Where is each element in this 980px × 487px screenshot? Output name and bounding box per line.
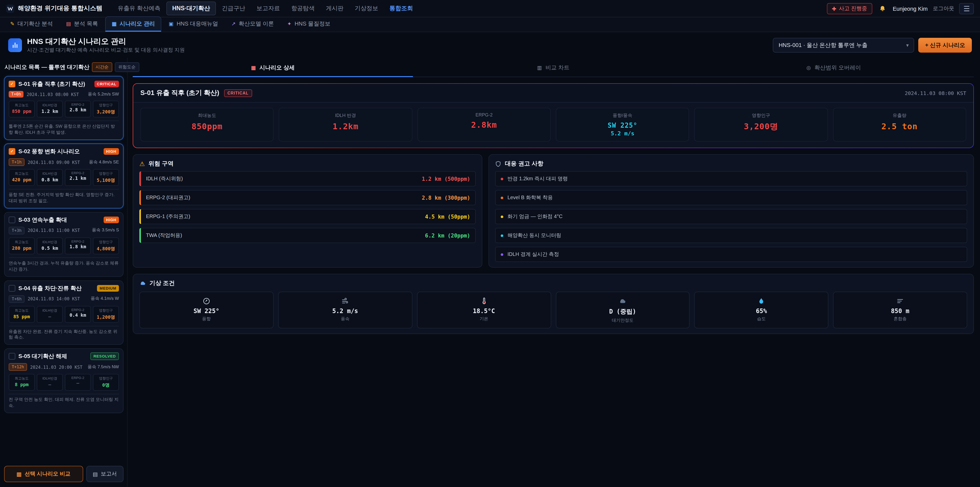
new-scenario-button[interactable]: + 신규 시나리오 [918, 38, 972, 53]
top-bar: 해양환경 위기대응 통합시스템 유출유 확산예측 HNS·대기확산 긴급구난 보… [0, 0, 980, 18]
scenario-datetime: 2024.11.03 20:00 KST [30, 365, 83, 370]
sort-by-time-chip[interactable]: 시간순 [92, 62, 112, 72]
nav-item-board[interactable]: 게시판 [321, 2, 348, 15]
logout-button[interactable]: 로그아웃 [933, 5, 954, 12]
layers-icon [835, 297, 965, 305]
tab-diffusion-analysis[interactable]: ✎ 대기확산 분석 [4, 17, 59, 32]
bullet-dot [501, 216, 503, 218]
sub-nav: ✎ 대기확산 분석 ▤ 분석 목록 ▦ 시나리오 관리 ▣ HNS 대응매뉴얼 … [0, 18, 980, 32]
recommendation-item: 반경 1.2km 즉시 대피 명령 [495, 171, 967, 187]
metric-erpg2: ERPG-2 2.8km [417, 108, 551, 142]
content: 시나리오 목록 — 톨루엔 대기확산 시간순 위험도순 S-01 유출 직후 (… [0, 58, 980, 487]
sidebar-header: 시나리오 목록 — 톨루엔 대기확산 시간순 위험도순 [4, 60, 124, 77]
hazard-row-erpg1: ERPG-1 (주의권고) 4.5 km (50ppm) [139, 209, 476, 225]
list-icon: ▤ [66, 21, 71, 27]
scenario-sidebar: 시나리오 목록 — 톨루엔 대기확산 시간순 위험도순 S-01 유출 직후 (… [0, 58, 127, 487]
severity-badge: HIGH [103, 217, 119, 223]
notification-bell-icon[interactable] [877, 3, 888, 14]
bullet-dot [501, 178, 503, 180]
tab-label: 대기확산 분석 [18, 20, 53, 27]
nav-item-reports[interactable]: 보고자료 [251, 2, 285, 15]
metric-population: 영향인구4,800명 [93, 238, 119, 254]
nav-item-hns-diffusion[interactable]: HNS·대기확산 [167, 2, 216, 15]
tab-range-overlay[interactable]: ◎ 확산범위 오버레이 [694, 60, 974, 77]
scenario-card-s05[interactable]: S-05 대기확산 해제 RESOLVED T+12h 2024.11.03 2… [4, 348, 124, 414]
nav-item-aerial-search[interactable]: 항공탐색 [286, 2, 320, 15]
detail-title: S-01 유출 직후 (초기 확산) [140, 89, 219, 98]
time-offset-chip: T+1h [9, 158, 25, 166]
thermometer-icon [419, 297, 549, 305]
scenario-card-s04[interactable]: S-04 유출 차단·잔류 확산 MEDIUM T+6h 2024.11.03 … [4, 280, 124, 345]
metric-concentration: 최고농도8 ppm [9, 374, 35, 391]
scenario-card-s03[interactable]: S-03 연속누출 확대 HIGH T+3h 2024.11.03 11:00 … [4, 212, 124, 277]
metric-idlh-radius: IDLH 반경 1.2km [279, 108, 412, 142]
scenario-datetime: 2024.11.03 14:00 KST [28, 296, 80, 301]
scenario-checkbox[interactable] [9, 353, 15, 360]
nav-item-integrated-search[interactable]: 통합조회 [384, 2, 418, 15]
scenario-wind: 풍속 3.5m/s S [92, 228, 119, 234]
nav-item-rescue[interactable]: 긴급구난 [217, 2, 250, 15]
scenario-checkbox[interactable] [9, 217, 15, 223]
tab-hns-substance-info[interactable]: ✦ HNS 물질정보 [281, 17, 336, 32]
tab-compare-chart[interactable]: ▥ 비교 차트 [413, 60, 694, 77]
nav-item-oil-spill[interactable]: 유출유 확산예측 [113, 2, 165, 15]
scenario-description: 전 구역 안전 농도 확인. 대피 해제. 잔류 오염 모니터링 지속. [9, 394, 119, 409]
detail-severity-badge: CRITICAL [224, 89, 252, 97]
tab-hns-manual[interactable]: ▣ HNS 대응매뉴얼 [162, 17, 224, 32]
app-title: 해양환경 위기대응 통합시스템 [18, 4, 102, 13]
recommendation-item: 해양확산 동시 모니터링 [495, 228, 967, 243]
incident-status-label: 사고 진행중 [839, 5, 867, 12]
scenario-wind: 풍속 7.5m/s NW [88, 364, 119, 370]
severity-badge: CRITICAL [94, 81, 119, 88]
tab-analysis-list[interactable]: ▤ 분석 목록 [60, 17, 104, 32]
scenario-description: 풍향 SE 전환. 주거지역 방향 확산 확대. 영향인구 증가. 대피 범위 … [9, 189, 119, 204]
scenario-checkbox[interactable] [9, 81, 15, 88]
scenario-card-s01[interactable]: S-01 유출 직후 (초기 확산) CRITICAL T+0h 2024.11… [4, 77, 124, 140]
weather-tile-humidity: 65% 습도 [694, 292, 829, 329]
sidebar-title: 시나리오 목록 — 톨루엔 대기확산 [5, 64, 89, 71]
scenario-title: S-01 유출 직후 (초기 확산) [18, 80, 91, 88]
compare-scenarios-button[interactable]: ▥ 선택 시나리오 비교 [4, 466, 83, 482]
book-icon: ▣ [169, 21, 173, 27]
hazard-zones-title: 위험 구역 [148, 160, 173, 168]
metric-idlh-radius: IDLH반경0.5 km [37, 238, 63, 254]
nav-item-weather[interactable]: 기상정보 [350, 2, 383, 15]
metric-erpg2: ERPG-22.1 km [65, 169, 91, 186]
app-logo-icon [6, 4, 14, 13]
metric-idlh-radius: IDLH반경0.8 km [37, 169, 63, 186]
scenario-card-s02[interactable]: S-02 풍향 변화 시나리오 HIGH T+1h 2024.11.03 09:… [4, 144, 124, 208]
metric-idlh-radius: IDLH반경— [37, 306, 63, 323]
scenario-wind: 풍속 4.1m/s W [91, 296, 119, 302]
bullet-dot [501, 253, 503, 256]
metric-affected-population: 영향인구 3,200명 [694, 108, 828, 142]
pencil-icon: ✎ [10, 21, 14, 27]
weather-panel: 기상 조건 SW 225° 풍향 5.2 m/s [133, 274, 974, 334]
metric-wind: 풍향/풍속 SW 225° 5.2 m/s [556, 108, 689, 142]
hazard-row-erpg2: ERPG-2 (대피권고) 2.8 km (300ppm) [139, 190, 476, 206]
incident-select[interactable]: HNS-001 · 울산 온산항 톨루엔 누출 ▾ [773, 38, 915, 53]
scenario-title: S-03 연속누출 확대 [18, 216, 100, 224]
scenario-datetime: 2024.11.03 08:00 KST [27, 92, 79, 97]
recommendation-item: 화기 엄금 — 인화점 4°C [495, 209, 967, 225]
report-button[interactable]: ▤ 보고서 [86, 466, 124, 482]
trend-icon: ↗ [231, 21, 235, 27]
detail-tabs: ▦ 시나리오 상세 ▥ 비교 차트 ◎ 확산범위 오버레이 [133, 60, 974, 77]
cloud-icon [558, 297, 687, 305]
metric-population: 영향인구0명 [93, 374, 119, 391]
tab-label: 시나리오 상세 [259, 64, 295, 72]
time-offset-chip: T+12h [9, 363, 27, 371]
tab-scenario-detail[interactable]: ▦ 시나리오 상세 [133, 60, 413, 77]
tab-model-theory[interactable]: ↗ 확산모델 이론 [225, 17, 280, 32]
page-header-icon [8, 38, 22, 52]
metric-population: 영향인구3,200명 [93, 101, 119, 118]
compass-icon [142, 297, 271, 305]
tab-label: 비교 차트 [546, 64, 570, 72]
detail-row: ⚠ 위험 구역 IDLH (즉시위험) 1.2 km (500ppm) ERPG… [133, 155, 974, 268]
scenario-checkbox[interactable] [9, 285, 15, 291]
time-offset-chip: T+0h [9, 91, 24, 98]
metric-max-concentration: 최대농도 850ppm [140, 108, 274, 142]
bullet-dot [501, 196, 503, 199]
tab-scenario-management[interactable]: ▦ 시나리오 관리 [105, 16, 162, 32]
menu-icon[interactable]: ☰ [959, 3, 974, 14]
scenario-checkbox[interactable] [9, 148, 15, 155]
